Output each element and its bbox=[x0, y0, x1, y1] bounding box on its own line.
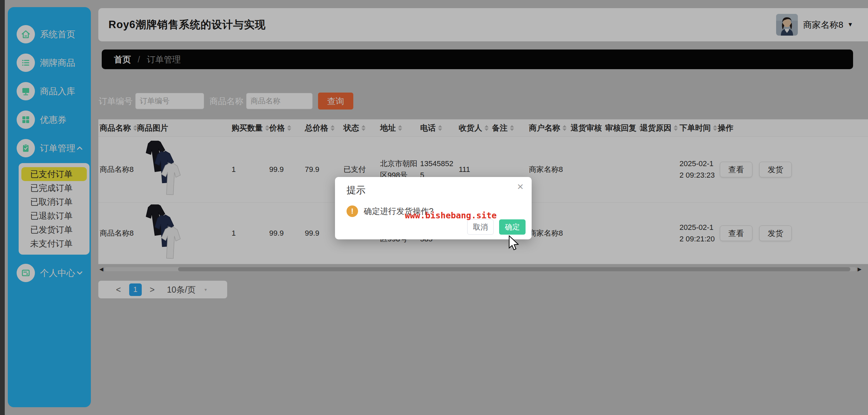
watermark-text: www.bishebang.site bbox=[405, 211, 497, 220]
dialog-footer: 取消 确定 bbox=[467, 219, 526, 235]
warning-icon: ! bbox=[347, 205, 358, 217]
confirm-button[interactable]: 确定 bbox=[499, 219, 526, 235]
dialog-title: 提示 bbox=[347, 184, 366, 197]
cancel-button[interactable]: 取消 bbox=[467, 219, 494, 235]
close-icon[interactable]: × bbox=[517, 181, 524, 192]
confirm-dialog: 提示 × ! 确定进行发货操作? www.bishebang.site 取消 确… bbox=[335, 177, 532, 239]
